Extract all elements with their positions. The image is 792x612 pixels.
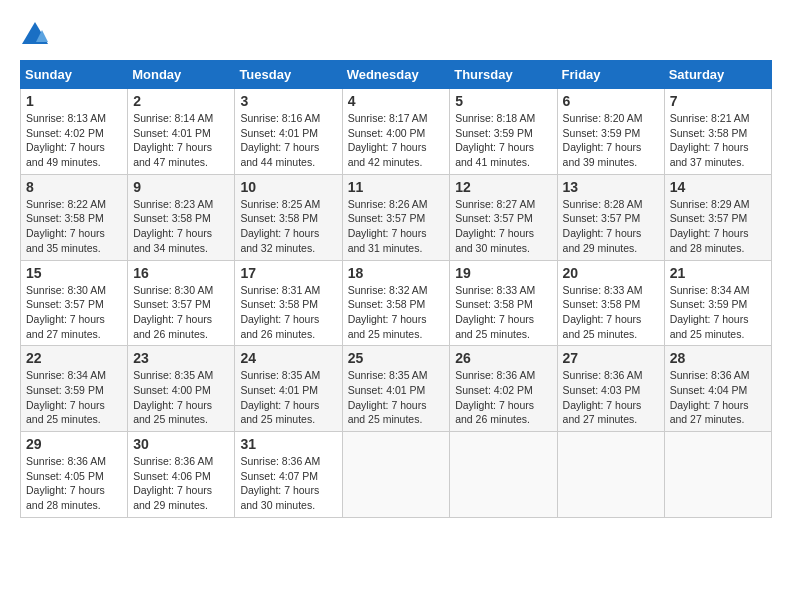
day-number: 17: [240, 265, 336, 281]
calendar-week-row: 22 Sunrise: 8:34 AM Sunset: 3:59 PM Dayl…: [21, 346, 772, 432]
calendar-cell: 21 Sunrise: 8:34 AM Sunset: 3:59 PM Dayl…: [664, 260, 771, 346]
day-number: 2: [133, 93, 229, 109]
day-info: Sunrise: 8:36 AM Sunset: 4:05 PM Dayligh…: [26, 454, 122, 513]
day-info: Sunrise: 8:34 AM Sunset: 3:59 PM Dayligh…: [26, 368, 122, 427]
calendar-cell: 14 Sunrise: 8:29 AM Sunset: 3:57 PM Dayl…: [664, 174, 771, 260]
calendar-cell: 27 Sunrise: 8:36 AM Sunset: 4:03 PM Dayl…: [557, 346, 664, 432]
calendar-cell: 4 Sunrise: 8:17 AM Sunset: 4:00 PM Dayli…: [342, 89, 450, 175]
day-number: 12: [455, 179, 551, 195]
day-info: Sunrise: 8:35 AM Sunset: 4:00 PM Dayligh…: [133, 368, 229, 427]
day-number: 11: [348, 179, 445, 195]
day-info: Sunrise: 8:35 AM Sunset: 4:01 PM Dayligh…: [348, 368, 445, 427]
calendar-cell: 11 Sunrise: 8:26 AM Sunset: 3:57 PM Dayl…: [342, 174, 450, 260]
day-number: 8: [26, 179, 122, 195]
day-number: 21: [670, 265, 766, 281]
day-number: 27: [563, 350, 659, 366]
day-info: Sunrise: 8:33 AM Sunset: 3:58 PM Dayligh…: [455, 283, 551, 342]
day-info: Sunrise: 8:34 AM Sunset: 3:59 PM Dayligh…: [670, 283, 766, 342]
day-info: Sunrise: 8:22 AM Sunset: 3:58 PM Dayligh…: [26, 197, 122, 256]
calendar-cell: 18 Sunrise: 8:32 AM Sunset: 3:58 PM Dayl…: [342, 260, 450, 346]
day-info: Sunrise: 8:33 AM Sunset: 3:58 PM Dayligh…: [563, 283, 659, 342]
day-number: 25: [348, 350, 445, 366]
day-info: Sunrise: 8:29 AM Sunset: 3:57 PM Dayligh…: [670, 197, 766, 256]
calendar-cell: 10 Sunrise: 8:25 AM Sunset: 3:58 PM Dayl…: [235, 174, 342, 260]
day-number: 20: [563, 265, 659, 281]
day-info: Sunrise: 8:21 AM Sunset: 3:58 PM Dayligh…: [670, 111, 766, 170]
calendar-cell: [342, 432, 450, 518]
calendar-cell: 7 Sunrise: 8:21 AM Sunset: 3:58 PM Dayli…: [664, 89, 771, 175]
day-info: Sunrise: 8:30 AM Sunset: 3:57 PM Dayligh…: [133, 283, 229, 342]
day-info: Sunrise: 8:14 AM Sunset: 4:01 PM Dayligh…: [133, 111, 229, 170]
day-number: 13: [563, 179, 659, 195]
calendar-cell: 19 Sunrise: 8:33 AM Sunset: 3:58 PM Dayl…: [450, 260, 557, 346]
calendar-cell: 31 Sunrise: 8:36 AM Sunset: 4:07 PM Dayl…: [235, 432, 342, 518]
calendar-cell: 29 Sunrise: 8:36 AM Sunset: 4:05 PM Dayl…: [21, 432, 128, 518]
calendar-cell: [664, 432, 771, 518]
calendar-week-row: 1 Sunrise: 8:13 AM Sunset: 4:02 PM Dayli…: [21, 89, 772, 175]
day-number: 22: [26, 350, 122, 366]
column-header-friday: Friday: [557, 61, 664, 89]
column-header-tuesday: Tuesday: [235, 61, 342, 89]
calendar-cell: 30 Sunrise: 8:36 AM Sunset: 4:06 PM Dayl…: [128, 432, 235, 518]
day-info: Sunrise: 8:20 AM Sunset: 3:59 PM Dayligh…: [563, 111, 659, 170]
day-info: Sunrise: 8:23 AM Sunset: 3:58 PM Dayligh…: [133, 197, 229, 256]
day-number: 1: [26, 93, 122, 109]
calendar-cell: 6 Sunrise: 8:20 AM Sunset: 3:59 PM Dayli…: [557, 89, 664, 175]
page-header: [20, 20, 772, 50]
day-number: 31: [240, 436, 336, 452]
day-info: Sunrise: 8:27 AM Sunset: 3:57 PM Dayligh…: [455, 197, 551, 256]
day-number: 14: [670, 179, 766, 195]
day-info: Sunrise: 8:32 AM Sunset: 3:58 PM Dayligh…: [348, 283, 445, 342]
day-number: 19: [455, 265, 551, 281]
calendar-cell: 25 Sunrise: 8:35 AM Sunset: 4:01 PM Dayl…: [342, 346, 450, 432]
day-info: Sunrise: 8:26 AM Sunset: 3:57 PM Dayligh…: [348, 197, 445, 256]
logo-icon: [20, 20, 50, 50]
day-info: Sunrise: 8:36 AM Sunset: 4:07 PM Dayligh…: [240, 454, 336, 513]
day-number: 6: [563, 93, 659, 109]
calendar-cell: 8 Sunrise: 8:22 AM Sunset: 3:58 PM Dayli…: [21, 174, 128, 260]
column-header-monday: Monday: [128, 61, 235, 89]
calendar-cell: 22 Sunrise: 8:34 AM Sunset: 3:59 PM Dayl…: [21, 346, 128, 432]
calendar-cell: 2 Sunrise: 8:14 AM Sunset: 4:01 PM Dayli…: [128, 89, 235, 175]
day-number: 9: [133, 179, 229, 195]
day-info: Sunrise: 8:36 AM Sunset: 4:02 PM Dayligh…: [455, 368, 551, 427]
day-number: 15: [26, 265, 122, 281]
day-number: 24: [240, 350, 336, 366]
calendar-week-row: 15 Sunrise: 8:30 AM Sunset: 3:57 PM Dayl…: [21, 260, 772, 346]
day-number: 7: [670, 93, 766, 109]
column-header-sunday: Sunday: [21, 61, 128, 89]
day-info: Sunrise: 8:36 AM Sunset: 4:06 PM Dayligh…: [133, 454, 229, 513]
calendar-table: SundayMondayTuesdayWednesdayThursdayFrid…: [20, 60, 772, 518]
calendar-cell: 23 Sunrise: 8:35 AM Sunset: 4:00 PM Dayl…: [128, 346, 235, 432]
day-number: 30: [133, 436, 229, 452]
day-info: Sunrise: 8:28 AM Sunset: 3:57 PM Dayligh…: [563, 197, 659, 256]
calendar-week-row: 8 Sunrise: 8:22 AM Sunset: 3:58 PM Dayli…: [21, 174, 772, 260]
calendar-cell: 12 Sunrise: 8:27 AM Sunset: 3:57 PM Dayl…: [450, 174, 557, 260]
calendar-header-row: SundayMondayTuesdayWednesdayThursdayFrid…: [21, 61, 772, 89]
column-header-saturday: Saturday: [664, 61, 771, 89]
calendar-cell: 3 Sunrise: 8:16 AM Sunset: 4:01 PM Dayli…: [235, 89, 342, 175]
day-info: Sunrise: 8:25 AM Sunset: 3:58 PM Dayligh…: [240, 197, 336, 256]
day-info: Sunrise: 8:16 AM Sunset: 4:01 PM Dayligh…: [240, 111, 336, 170]
calendar-cell: 13 Sunrise: 8:28 AM Sunset: 3:57 PM Dayl…: [557, 174, 664, 260]
day-info: Sunrise: 8:30 AM Sunset: 3:57 PM Dayligh…: [26, 283, 122, 342]
calendar-cell: 16 Sunrise: 8:30 AM Sunset: 3:57 PM Dayl…: [128, 260, 235, 346]
day-number: 23: [133, 350, 229, 366]
calendar-cell: 17 Sunrise: 8:31 AM Sunset: 3:58 PM Dayl…: [235, 260, 342, 346]
day-info: Sunrise: 8:31 AM Sunset: 3:58 PM Dayligh…: [240, 283, 336, 342]
calendar-cell: 15 Sunrise: 8:30 AM Sunset: 3:57 PM Dayl…: [21, 260, 128, 346]
logo: [20, 20, 54, 50]
calendar-cell: [450, 432, 557, 518]
calendar-cell: 5 Sunrise: 8:18 AM Sunset: 3:59 PM Dayli…: [450, 89, 557, 175]
day-info: Sunrise: 8:17 AM Sunset: 4:00 PM Dayligh…: [348, 111, 445, 170]
day-info: Sunrise: 8:13 AM Sunset: 4:02 PM Dayligh…: [26, 111, 122, 170]
day-number: 3: [240, 93, 336, 109]
day-number: 10: [240, 179, 336, 195]
column-header-wednesday: Wednesday: [342, 61, 450, 89]
calendar-cell: 20 Sunrise: 8:33 AM Sunset: 3:58 PM Dayl…: [557, 260, 664, 346]
day-info: Sunrise: 8:18 AM Sunset: 3:59 PM Dayligh…: [455, 111, 551, 170]
calendar-cell: [557, 432, 664, 518]
day-number: 18: [348, 265, 445, 281]
column-header-thursday: Thursday: [450, 61, 557, 89]
day-info: Sunrise: 8:35 AM Sunset: 4:01 PM Dayligh…: [240, 368, 336, 427]
